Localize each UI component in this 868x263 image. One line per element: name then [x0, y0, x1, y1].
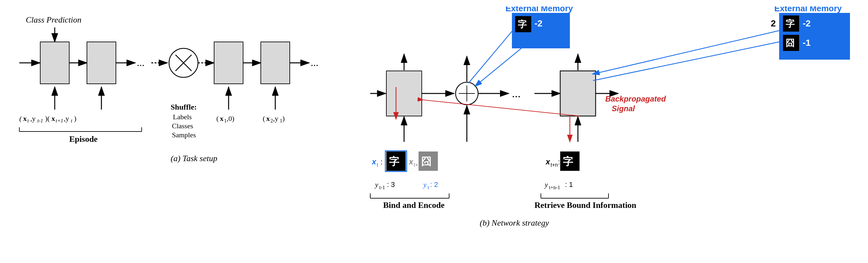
svg-text:: 1: : 1: [565, 180, 573, 188]
svg-text:External Memory: External Memory: [774, 6, 842, 13]
svg-text:t: t: [71, 118, 72, 123]
svg-text:x: x: [371, 157, 377, 166]
svg-text:(: (: [216, 114, 219, 122]
svg-text:y: y: [374, 180, 378, 188]
svg-text:(b) Network strategy: (b) Network strategy: [480, 218, 549, 228]
svg-rect-84: [560, 71, 596, 116]
svg-text::: :: [380, 158, 382, 166]
svg-text:Episode: Episode: [69, 135, 98, 144]
svg-text:Class Prediction: Class Prediction: [26, 15, 82, 25]
svg-text:囧: 囧: [421, 156, 431, 167]
svg-text:字: 字: [518, 19, 527, 29]
svg-text:...: ...: [137, 57, 145, 68]
svg-rect-4: [87, 42, 116, 84]
svg-text:,y: ,y: [30, 114, 36, 122]
svg-text:t: t: [27, 118, 29, 123]
svg-text:x: x: [545, 157, 551, 166]
svg-text:2: 2: [271, 118, 273, 123]
svg-text::: :: [558, 158, 560, 166]
svg-text:x: x: [23, 114, 27, 122]
svg-text:-2: -2: [534, 18, 542, 28]
svg-text:Shuffle:: Shuffle:: [170, 103, 197, 111]
right-panel: 字 -2 External Memory 字 -2 囧 -1 External …: [367, 6, 866, 257]
svg-text:t+n: t+n: [551, 162, 558, 168]
svg-line-93: [468, 31, 513, 83]
svg-text:Signal: Signal: [612, 104, 635, 113]
svg-text:,y: ,y: [64, 114, 69, 122]
svg-text:x: x: [408, 157, 414, 166]
svg-text::: :: [424, 158, 426, 166]
svg-text:t: t: [428, 185, 429, 190]
svg-text:-1: -1: [803, 38, 811, 48]
svg-text:t+1: t+1: [414, 162, 421, 168]
svg-text:External Memory: External Memory: [505, 6, 573, 13]
svg-rect-14: [261, 42, 290, 84]
svg-text:字: 字: [389, 156, 400, 167]
svg-text:1: 1: [224, 118, 227, 123]
svg-text:Backpropagated: Backpropagated: [605, 94, 666, 103]
svg-text:Retrieve Bound Information: Retrieve Bound Information: [534, 201, 637, 210]
svg-text:)(: )(: [45, 114, 50, 122]
svg-line-94: [592, 31, 779, 74]
svg-text:y: y: [423, 180, 427, 188]
task-setup-diagram: Class Prediction ...: [16, 10, 364, 223]
svg-text:y: y: [544, 180, 548, 188]
svg-text:1: 1: [280, 118, 282, 123]
svg-text:t-1: t-1: [379, 185, 385, 190]
network-strategy-diagram: 字 -2 External Memory 字 -2 囧 -1 External …: [367, 6, 866, 248]
left-panel: Class Prediction ...: [13, 6, 367, 257]
svg-text:2: 2: [771, 18, 776, 28]
svg-text:字: 字: [563, 156, 574, 167]
svg-text:t+n-1: t+n-1: [549, 185, 560, 190]
svg-text:: 2: : 2: [430, 180, 438, 188]
svg-text:Bind and Encode: Bind and Encode: [383, 201, 445, 210]
svg-rect-12: [214, 42, 243, 84]
svg-text:Labels: Labels: [173, 113, 192, 121]
svg-text:t+1: t+1: [56, 118, 63, 123]
svg-text:t-1: t-1: [37, 118, 43, 123]
svg-text:x: x: [220, 114, 223, 122]
svg-text:...: ...: [512, 87, 521, 100]
svg-rect-2: [40, 42, 69, 84]
svg-line-97: [423, 100, 580, 116]
svg-text:(a) Task setup: (a) Task setup: [170, 154, 217, 163]
svg-text:-2: -2: [803, 18, 811, 28]
svg-text:t: t: [377, 162, 378, 168]
svg-line-95: [593, 42, 779, 81]
svg-text:: 3: : 3: [387, 180, 395, 188]
svg-rect-76: [386, 71, 422, 116]
svg-text:(: (: [19, 114, 22, 122]
svg-text:Samples: Samples: [172, 131, 196, 139]
svg-text:x: x: [52, 114, 55, 122]
svg-text:字: 字: [785, 18, 795, 29]
svg-text:): ): [74, 114, 76, 122]
main-container: Class Prediction ...: [0, 0, 868, 263]
svg-text:...: ...: [311, 57, 318, 68]
svg-text:): ): [282, 114, 285, 122]
svg-text:,0): ,0): [227, 114, 235, 122]
svg-text:(: (: [263, 114, 265, 122]
svg-text:x: x: [266, 114, 270, 122]
svg-text:Classes: Classes: [172, 122, 193, 130]
svg-line-92: [475, 32, 541, 86]
svg-text:,y: ,y: [273, 114, 278, 122]
svg-text:囧: 囧: [785, 38, 795, 48]
